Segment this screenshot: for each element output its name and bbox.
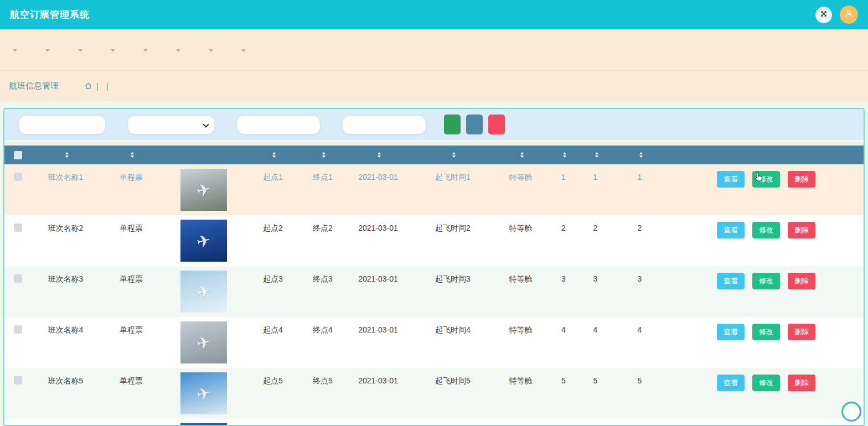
select-all-checkbox[interactable] bbox=[14, 151, 22, 159]
column-header-4[interactable] bbox=[245, 152, 301, 158]
nav-item-5[interactable] bbox=[172, 48, 180, 52]
add-button[interactable] bbox=[466, 115, 483, 134]
batch-delete-button[interactable] bbox=[488, 115, 505, 134]
edit-button[interactable]: 修改 bbox=[752, 171, 780, 188]
view-button[interactable]: 查看 bbox=[717, 171, 745, 188]
page-title: 航班信息管理 bbox=[9, 81, 59, 91]
row-checkbox[interactable] bbox=[14, 224, 22, 232]
edit-button[interactable]: 修改 bbox=[752, 222, 780, 238]
nav-item-3[interactable] bbox=[107, 48, 115, 52]
actions-cell: 查看 修改 删除 bbox=[669, 164, 864, 215]
home-icon[interactable] bbox=[84, 82, 92, 90]
nav-item-0[interactable] bbox=[9, 48, 17, 52]
breadcrumb: 航班信息管理 || bbox=[0, 71, 868, 101]
checkbox-cell bbox=[4, 164, 31, 215]
cell-type: 单程票 bbox=[100, 368, 162, 419]
row-checkbox[interactable] bbox=[14, 325, 22, 334]
view-button[interactable]: 查看 bbox=[717, 273, 745, 289]
cell-date: 2021-03-01 bbox=[345, 368, 411, 419]
sort-icon[interactable] bbox=[595, 152, 598, 158]
cell-type: 单程票 bbox=[100, 164, 162, 215]
column-header-1[interactable] bbox=[31, 152, 100, 158]
ticket-type-select[interactable] bbox=[127, 115, 215, 134]
filter-group bbox=[13, 115, 106, 134]
cell-cabin: 特等舱 bbox=[494, 215, 547, 266]
column-header-2[interactable] bbox=[100, 152, 162, 158]
flight-image: ✈ bbox=[180, 271, 227, 313]
table-row: 班次名称4单程票 ✈ 起点4终点42021-03-01起飞时间4特等舱444 查… bbox=[4, 317, 864, 368]
row-checkbox[interactable] bbox=[14, 173, 22, 181]
search-button[interactable] bbox=[444, 115, 461, 134]
nav-item-6[interactable] bbox=[205, 48, 213, 52]
view-button[interactable]: 查看 bbox=[717, 375, 745, 391]
sort-icon[interactable] bbox=[322, 152, 326, 158]
cell-date: 2021-03-01 bbox=[345, 215, 411, 266]
column-header-9[interactable] bbox=[547, 152, 580, 158]
filter-input-2[interactable] bbox=[236, 115, 321, 134]
cell-start: 起点4 bbox=[245, 317, 301, 368]
column-header-5[interactable] bbox=[301, 152, 345, 158]
filter-input-0[interactable] bbox=[18, 115, 106, 134]
cell-name: 班次名称5 bbox=[31, 368, 100, 419]
nav-item-4[interactable] bbox=[140, 48, 148, 52]
checkbox-cell bbox=[4, 419, 31, 426]
flight-table: 班次名称1单程票 ✈ 起点1终点12021-03-01起飞时间1特等舱111 查… bbox=[4, 146, 864, 426]
column-header-10[interactable] bbox=[580, 152, 611, 158]
sort-icon[interactable] bbox=[131, 152, 134, 158]
fullscreen-button[interactable] bbox=[815, 7, 832, 23]
filter-group bbox=[122, 115, 215, 134]
flight-image: ✈ bbox=[180, 169, 227, 211]
delete-button[interactable]: 删除 bbox=[788, 222, 815, 238]
nav-item-2[interactable] bbox=[74, 48, 82, 52]
column-header-7[interactable] bbox=[411, 152, 494, 158]
sort-icon[interactable] bbox=[520, 152, 524, 158]
cell-time: 起飞时间4 bbox=[411, 317, 494, 368]
delete-button[interactable]: 删除 bbox=[788, 375, 815, 391]
cell-end: 终点4 bbox=[301, 317, 345, 368]
cell-count: 1 bbox=[580, 164, 611, 215]
delete-button[interactable]: 删除 bbox=[788, 171, 815, 188]
edit-button[interactable]: 修改 bbox=[752, 324, 780, 340]
back-to-top-button[interactable] bbox=[841, 402, 861, 422]
cell-type: 单程票 bbox=[100, 266, 162, 317]
row-checkbox[interactable] bbox=[14, 274, 22, 283]
view-button[interactable]: 查看 bbox=[717, 324, 745, 340]
sort-icon[interactable] bbox=[65, 152, 69, 158]
avatar[interactable] bbox=[840, 6, 858, 24]
delete-button[interactable]: 删除 bbox=[788, 273, 815, 289]
sort-icon[interactable] bbox=[272, 152, 276, 158]
sort-icon[interactable] bbox=[452, 152, 456, 158]
column-header-0 bbox=[4, 151, 31, 159]
cell-date bbox=[345, 419, 411, 426]
actions-cell: 查看 修改 删除 bbox=[669, 215, 864, 266]
sort-icon[interactable] bbox=[639, 152, 643, 158]
actions-cell: 查看 修改 删除 bbox=[669, 266, 864, 317]
filter-input-3[interactable] bbox=[342, 115, 426, 134]
nav-item-1[interactable] bbox=[42, 48, 50, 52]
row-checkbox[interactable] bbox=[14, 376, 22, 385]
cell-cabin: 特等舱 bbox=[494, 317, 547, 368]
image-cell: ✈ bbox=[162, 215, 245, 266]
chevron-down-icon bbox=[78, 49, 82, 52]
column-header-11[interactable] bbox=[611, 152, 669, 158]
image-cell: ✈ bbox=[162, 368, 245, 419]
cell-end: 终点5 bbox=[301, 368, 345, 419]
sort-icon[interactable] bbox=[563, 152, 566, 158]
nav-item-7[interactable] bbox=[237, 48, 246, 52]
chevron-down-icon bbox=[13, 49, 17, 52]
cell-cabin: 特等舱 bbox=[494, 164, 547, 215]
view-button[interactable]: 查看 bbox=[717, 222, 745, 238]
table-row: ✈ 查看 修改 删除 bbox=[4, 419, 864, 426]
sort-icon[interactable] bbox=[378, 152, 381, 158]
airplane-icon: ✈ bbox=[195, 230, 213, 252]
column-header-6[interactable] bbox=[345, 152, 411, 158]
column-header-8[interactable] bbox=[494, 152, 547, 158]
cell-cabin: 特等舱 bbox=[494, 368, 547, 419]
actions-cell: 查看 修改 删除 bbox=[669, 368, 864, 419]
edit-button[interactable]: 修改 bbox=[752, 273, 780, 289]
delete-button[interactable]: 删除 bbox=[788, 324, 815, 340]
cell-end bbox=[301, 419, 345, 426]
expand-arrows-icon bbox=[819, 9, 828, 20]
cell-price: 4 bbox=[547, 317, 580, 368]
edit-button[interactable]: 修改 bbox=[752, 375, 780, 391]
